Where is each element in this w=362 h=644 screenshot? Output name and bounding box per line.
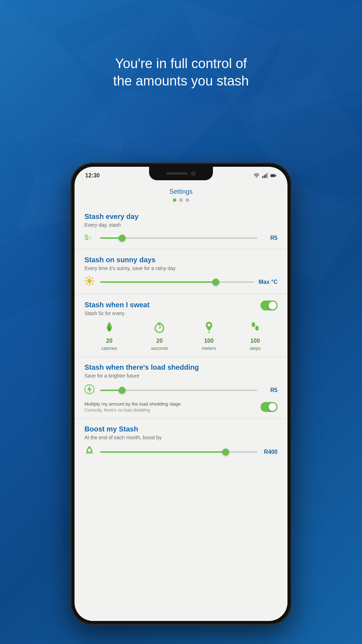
phone-notch bbox=[149, 167, 213, 180]
section-subtitle-boost-stash: At the end of each month, boost by bbox=[84, 435, 278, 440]
slider-row-sunny-days: Max °C bbox=[84, 276, 278, 288]
app-header: Settings bbox=[75, 185, 287, 206]
slider-track-boost-stash[interactable] bbox=[100, 451, 257, 453]
svg-rect-22 bbox=[271, 175, 275, 177]
svg-line-34 bbox=[86, 284, 87, 285]
status-icons bbox=[253, 172, 277, 179]
section-subtitle-sweat: Stash 5c for every bbox=[84, 310, 278, 316]
slider-thumb-load-shedding[interactable] bbox=[119, 387, 126, 394]
section-title-sweat: Stash when I sweat bbox=[84, 301, 149, 309]
slider-track-load-shedding[interactable] bbox=[100, 390, 257, 391]
section-subtitle-sunny-days: Every time it's sunny, save for a rainy … bbox=[84, 265, 278, 271]
section-stash-sunny-days: Stash on sunny days Every time it's sunn… bbox=[75, 249, 287, 294]
slider-value-sunny-days: Max °C bbox=[258, 279, 278, 285]
steps-icon bbox=[250, 321, 260, 336]
fire-icon bbox=[104, 321, 115, 336]
section-stash-sweat: Stash when I sweat Stash 5c for every bbox=[75, 294, 287, 357]
svg-rect-19 bbox=[265, 174, 267, 178]
slider-row-every-day: $ ↑ R5 bbox=[84, 233, 278, 243]
slider-thumb-boost-stash[interactable] bbox=[222, 448, 229, 456]
svg-line-31 bbox=[86, 278, 87, 279]
multiply-text-container: Multiply my amount by the load shedding … bbox=[84, 401, 181, 413]
camera bbox=[191, 171, 196, 176]
steps-value: 100 bbox=[251, 338, 260, 344]
toggle-knob-sweat bbox=[269, 302, 276, 309]
slider-value-boost-stash: R400 bbox=[262, 449, 278, 455]
slider-value-load-shedding: R5 bbox=[262, 387, 278, 393]
steps-label: steps bbox=[249, 346, 260, 351]
speaker bbox=[166, 172, 188, 175]
multiply-note: Currently, there's no load shedding bbox=[84, 408, 181, 413]
multiply-row: Multiply my amount by the load shedding … bbox=[84, 401, 278, 413]
seconds-value: 20 bbox=[157, 338, 163, 344]
svg-point-41 bbox=[252, 322, 255, 327]
app-header-title: Settings bbox=[75, 188, 287, 196]
timer-icon bbox=[154, 321, 165, 336]
signal-icon bbox=[262, 172, 268, 179]
battery-icon bbox=[270, 172, 277, 179]
dollar-arrow-icon: $ ↑ bbox=[84, 233, 96, 243]
meters-value: 100 bbox=[204, 338, 214, 344]
slider-thumb-every-day[interactable] bbox=[119, 235, 126, 242]
sun-icon bbox=[84, 276, 96, 288]
svg-rect-18 bbox=[264, 175, 265, 178]
svg-line-37 bbox=[159, 326, 161, 328]
sweat-metrics: 20 calories 2 bbox=[84, 321, 278, 351]
slider-value-every-day: R5 bbox=[262, 235, 278, 241]
phone-frame: 12:30 bbox=[71, 163, 291, 624]
sweat-metric-seconds: 20 seconds bbox=[151, 321, 168, 351]
sweat-metric-steps: 100 steps bbox=[249, 321, 260, 351]
section-title-boost-stash: Boost my Stash bbox=[84, 425, 278, 433]
wifi-icon bbox=[253, 172, 260, 179]
multiply-label: Multiply my amount by the load shedding … bbox=[84, 401, 181, 407]
dot-2[interactable] bbox=[179, 198, 183, 202]
phone-screen: 12:30 bbox=[75, 167, 287, 621]
toggle-load-shedding[interactable] bbox=[260, 402, 278, 412]
svg-point-26 bbox=[87, 279, 92, 283]
svg-rect-23 bbox=[276, 175, 276, 176]
hero-title: You're in full control of the amounts yo… bbox=[0, 55, 362, 90]
slider-fill-sunny-days bbox=[100, 281, 216, 283]
toggle-sweat[interactable] bbox=[260, 301, 278, 310]
svg-line-33 bbox=[92, 278, 93, 279]
screen-content[interactable]: Settings Stash every day Every day, stas… bbox=[75, 185, 287, 621]
section-header-sweat: Stash when I sweat bbox=[84, 301, 278, 310]
svg-point-40 bbox=[208, 324, 210, 326]
calories-label: calories bbox=[101, 346, 117, 351]
slider-track-sunny-days[interactable] bbox=[100, 281, 254, 283]
meters-label: meters bbox=[202, 346, 216, 351]
svg-rect-17 bbox=[262, 176, 263, 178]
section-load-shedding: Stash when there's load shedding Save fo… bbox=[75, 357, 287, 419]
slider-fill-boost-stash bbox=[100, 451, 226, 453]
sweat-metric-calories: 20 calories bbox=[101, 321, 117, 351]
svg-point-39 bbox=[161, 324, 163, 325]
rocket-icon bbox=[84, 445, 96, 459]
section-subtitle-every-day: Every day, stash bbox=[84, 222, 278, 228]
svg-rect-20 bbox=[267, 173, 268, 178]
dot-3[interactable] bbox=[186, 198, 189, 202]
toggle-knob-load-shedding bbox=[269, 403, 276, 411]
location-icon bbox=[204, 321, 214, 336]
slider-row-boost-stash: R400 bbox=[84, 445, 278, 459]
status-time: 12:30 bbox=[85, 172, 100, 179]
section-stash-every-day: Stash every day Every day, stash $ ↑ R5 bbox=[75, 206, 287, 249]
section-title-sunny-days: Stash on sunny days bbox=[84, 256, 278, 264]
svg-point-42 bbox=[255, 326, 259, 331]
lightning-icon bbox=[84, 384, 96, 397]
svg-text:↑: ↑ bbox=[89, 235, 92, 241]
slider-track-every-day[interactable] bbox=[100, 237, 257, 239]
slider-thumb-sunny-days[interactable] bbox=[212, 279, 219, 286]
page-dots bbox=[75, 198, 287, 202]
calories-value: 20 bbox=[106, 338, 113, 344]
section-subtitle-load-shedding: Save for a brighter future bbox=[84, 373, 278, 379]
section-title-load-shedding: Stash when there's load shedding bbox=[84, 363, 278, 371]
seconds-label: seconds bbox=[151, 346, 168, 351]
sweat-metric-meters: 100 meters bbox=[202, 321, 216, 351]
section-boost-stash: Boost my Stash At the end of each month,… bbox=[75, 419, 287, 464]
dot-1[interactable] bbox=[173, 198, 176, 202]
slider-row-load-shedding: R5 bbox=[84, 384, 278, 397]
svg-point-16 bbox=[256, 177, 257, 178]
section-title-every-day: Stash every day bbox=[84, 213, 278, 221]
svg-line-32 bbox=[92, 284, 93, 285]
svg-marker-44 bbox=[87, 385, 92, 393]
